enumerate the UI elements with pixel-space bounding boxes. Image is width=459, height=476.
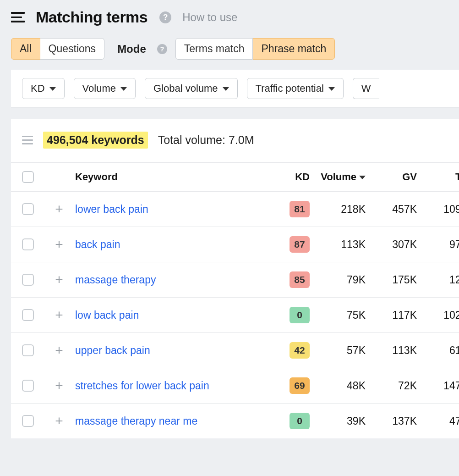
filter-global-volume[interactable]: Global volume [145,78,238,99]
volume-value: 218K [315,203,366,216]
volume-value: 75K [315,309,366,321]
tp-value: 61K [422,344,459,357]
mode-label: Mode [117,43,146,55]
gv-value: 137K [371,415,417,427]
row-checkbox[interactable] [22,309,34,321]
table-row: + massage therapy 85 79K 175K 12K [11,262,459,298]
volume-value: 57K [315,344,366,357]
keyword-count-badge: 496,504 keywords [43,132,148,149]
filter-volume[interactable]: Volume [74,78,136,99]
menu-icon[interactable] [11,11,25,24]
kd-badge: 0 [290,307,310,323]
caret-down-icon [328,87,335,91]
expand-icon[interactable]: + [49,379,70,393]
expand-icon[interactable]: + [49,308,70,322]
keyword-link[interactable]: lower back pain [75,203,268,216]
table-row: + low back pain 0 75K 117K 102K [11,298,459,333]
expand-icon[interactable]: + [49,414,70,428]
keyword-link[interactable]: back pain [75,238,268,251]
filter-volume-label: Volume [82,83,116,94]
row-checkbox[interactable] [22,415,34,427]
kd-badge: 0 [290,413,310,429]
row-checkbox[interactable] [22,344,34,356]
table-row: + back pain 87 113K 307K 97K [11,227,459,262]
kd-badge: 69 [290,377,310,394]
expand-icon[interactable]: + [49,202,70,216]
col-volume[interactable]: Volume [315,171,366,183]
tp-value: 97K [422,238,459,251]
results-panel: 496,504 keywords Total volume: 7.0M Keyw… [11,119,459,438]
filter-traffic-potential[interactable]: Traffic potential [247,78,344,99]
keyword-link[interactable]: stretches for lower back pain [75,380,268,392]
keyword-link[interactable]: upper back pain [75,344,268,357]
keywords-table: Keyword KD Volume GV TP + lower back pai… [11,162,459,438]
col-gv[interactable]: GV [371,171,417,183]
table-header: Keyword KD Volume GV TP [11,162,459,192]
tp-value: 12K [422,274,459,286]
how-to-use-link[interactable]: How to use [182,11,237,24]
tp-value: 109K [422,203,459,216]
col-tp[interactable]: TP [422,171,459,183]
table-row: + upper back pain 42 57K 113K 61K [11,333,459,368]
filter-kd-label: KD [31,83,45,94]
gv-value: 457K [371,203,417,216]
tab-questions[interactable]: Questions [40,38,105,60]
row-checkbox[interactable] [22,380,34,392]
gv-value: 175K [371,274,417,286]
mode-terms-match[interactable]: Terms match [175,38,253,60]
filter-extra[interactable]: W [353,78,379,99]
caret-down-icon [223,87,229,91]
mode-help-icon[interactable]: ? [157,44,167,54]
tp-value: 47K [422,415,459,427]
tab-all[interactable]: All [11,38,40,60]
kd-badge: 81 [290,201,310,217]
volume-value: 39K [315,415,366,427]
filter-global-volume-label: Global volume [153,83,218,94]
tp-value: 102K [422,309,459,321]
expand-icon[interactable]: + [49,238,70,251]
gv-value: 307K [371,238,417,251]
row-checkbox[interactable] [22,238,34,250]
select-all-checkbox[interactable] [22,171,34,183]
col-keyword[interactable]: Keyword [75,171,268,183]
volume-value: 113K [315,238,366,251]
filter-extra-label: W [361,83,371,94]
col-kd[interactable]: KD [273,171,310,183]
kd-badge: 42 [290,342,310,359]
list-settings-icon[interactable] [22,136,33,144]
col-volume-label: Volume [321,171,356,183]
keyword-link[interactable]: massage therapy near me [75,415,268,427]
mode-tabs: Terms match Phrase match [175,38,335,60]
filter-kd[interactable]: KD [22,78,65,99]
page-title: Matching terms [36,8,148,26]
row-checkbox[interactable] [22,203,34,215]
caret-down-icon [49,87,56,91]
row-checkbox[interactable] [22,274,34,286]
sort-desc-icon [359,176,366,179]
table-row: + stretches for lower back pain 69 48K 7… [11,368,459,404]
keyword-link[interactable]: low back pain [75,309,268,321]
gv-value: 72K [371,380,417,392]
expand-icon[interactable]: + [49,273,70,287]
volume-value: 48K [315,380,366,392]
keyword-type-tabs: All Questions [11,38,104,60]
volume-value: 79K [315,274,366,286]
filter-bar: KD Volume Global volume Traffic potentia… [11,70,459,108]
kd-badge: 87 [290,236,310,253]
kd-badge: 85 [290,271,310,288]
table-row: + massage therapy near me 0 39K 137K 47K [11,404,459,438]
help-icon[interactable]: ? [159,11,171,23]
expand-icon[interactable]: + [49,343,70,357]
total-volume-label: Total volume: 7.0M [158,133,254,147]
filter-traffic-potential-label: Traffic potential [256,83,324,94]
table-row: + lower back pain 81 218K 457K 109K [11,192,459,227]
gv-value: 113K [371,344,417,357]
tp-value: 147K [422,380,459,392]
caret-down-icon [120,87,127,91]
gv-value: 117K [371,309,417,321]
mode-phrase-match[interactable]: Phrase match [253,38,335,60]
keyword-link[interactable]: massage therapy [75,274,268,286]
